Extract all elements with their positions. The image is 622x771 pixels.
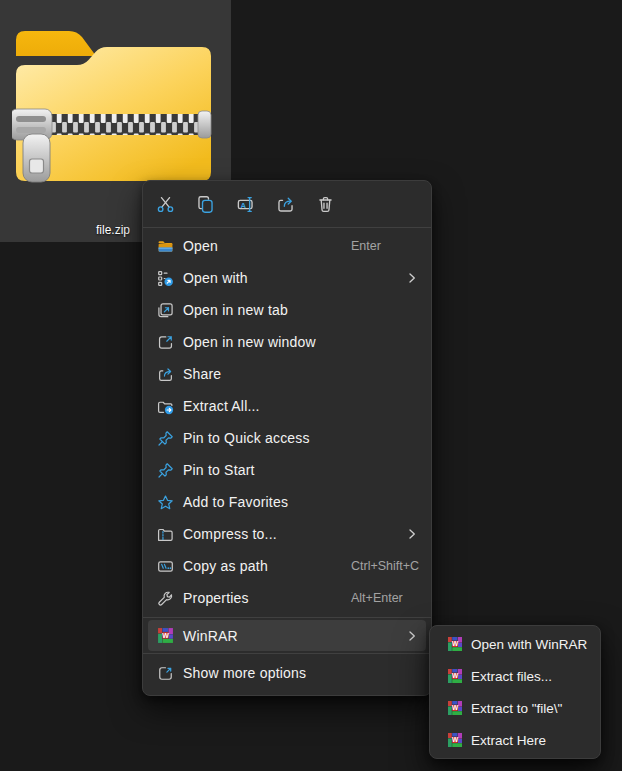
submenu-item-label: Extract files... xyxy=(471,669,552,684)
winrar-icon: W xyxy=(447,700,463,716)
trash-icon xyxy=(316,195,335,214)
submenu-item-extract-here[interactable]: W Extract Here xyxy=(430,724,600,756)
menu-item-shortcut: Alt+Enter xyxy=(351,591,403,605)
menu-item-copy-as-path[interactable]: Copy as path Ctrl+Shift+C xyxy=(143,550,431,582)
menu-item-open-in-new-window[interactable]: Open in new window xyxy=(143,326,431,358)
menu-item-extract-all[interactable]: Extract All... xyxy=(143,390,431,422)
show-more-icon xyxy=(156,664,174,682)
share-button[interactable] xyxy=(265,185,305,223)
menu-item-label: Copy as path xyxy=(183,558,268,574)
menu-item-properties[interactable]: Properties Alt+Enter xyxy=(143,582,431,614)
menu-item-add-to-favorites[interactable]: Add to Favorites xyxy=(143,486,431,518)
menu-item-label: Show more options xyxy=(183,665,306,681)
svg-text:A: A xyxy=(240,200,246,209)
submenu-item-extract-to-folder[interactable]: W Extract to "file\" xyxy=(430,692,600,724)
svg-text:W: W xyxy=(452,640,459,647)
open-with-icon xyxy=(156,269,174,287)
menu-item-shortcut: Ctrl+Shift+C xyxy=(351,559,419,573)
context-menu-items: Open Enter Open with xyxy=(143,228,431,689)
copy-button[interactable] xyxy=(185,185,225,223)
winrar-icon: W xyxy=(447,668,463,684)
menu-item-label: Add to Favorites xyxy=(183,494,288,510)
submenu-item-label: Open with WinRAR xyxy=(471,637,587,652)
folder-icon xyxy=(156,237,174,255)
svg-text:W: W xyxy=(452,704,459,711)
menu-item-open-with[interactable]: Open with xyxy=(143,262,431,294)
menu-item-open[interactable]: Open Enter xyxy=(143,230,431,262)
new-tab-icon xyxy=(156,301,174,319)
menu-item-label: Open with xyxy=(183,270,248,286)
copy-path-icon xyxy=(156,557,174,575)
menu-item-compress-to[interactable]: Compress to... xyxy=(143,518,431,550)
zip-folder-icon[interactable] xyxy=(12,28,212,184)
menu-item-show-more-options[interactable]: Show more options xyxy=(143,657,431,689)
menu-item-shortcut: Enter xyxy=(351,239,381,253)
cut-button[interactable] xyxy=(145,185,185,223)
winrar-icon: W xyxy=(447,732,463,748)
menu-item-label: Compress to... xyxy=(183,526,277,542)
svg-text:W: W xyxy=(162,632,169,639)
menu-item-pin-to-start[interactable]: Pin to Start xyxy=(143,454,431,486)
menu-item-label: Properties xyxy=(183,590,249,606)
menu-item-share[interactable]: Share xyxy=(143,358,431,390)
copy-icon xyxy=(196,195,215,214)
svg-text:W: W xyxy=(452,672,459,679)
scissors-icon xyxy=(156,195,175,214)
submenu-item-label: Extract to "file\" xyxy=(471,701,562,716)
delete-button[interactable] xyxy=(305,185,345,223)
share-icon xyxy=(276,195,295,214)
pin-icon xyxy=(156,461,174,479)
menu-item-label: Pin to Start xyxy=(183,462,255,478)
menu-item-label: Extract All... xyxy=(183,398,260,414)
menu-item-label: Open in new tab xyxy=(183,302,288,318)
svg-text:W: W xyxy=(452,736,459,743)
context-menu-toolbar: A xyxy=(143,181,431,227)
extract-all-icon xyxy=(156,397,174,415)
menu-item-label: Open xyxy=(183,238,218,254)
compress-icon xyxy=(156,525,174,543)
star-icon xyxy=(156,493,174,511)
menu-item-pin-to-quick-access[interactable]: Pin to Quick access xyxy=(143,422,431,454)
submenu-item-label: Extract Here xyxy=(471,733,546,748)
pin-icon xyxy=(156,429,174,447)
menu-item-label: Share xyxy=(183,366,221,382)
winrar-icon: W xyxy=(447,636,463,652)
winrar-icon: W xyxy=(156,627,174,645)
submenu-item-extract-files[interactable]: W Extract files... xyxy=(430,660,600,692)
menu-item-label: WinRAR xyxy=(183,628,238,644)
winrar-submenu: W Open with WinRAR W Extract files... W xyxy=(429,625,601,759)
rename-icon: A xyxy=(236,195,255,214)
file-name-label[interactable]: file.zip xyxy=(96,223,130,237)
menu-item-open-in-new-tab[interactable]: Open in new tab xyxy=(143,294,431,326)
context-menu: A xyxy=(142,180,432,696)
chevron-right-icon xyxy=(406,272,418,284)
desktop: { "desktop": { "file_label": "file.zip" … xyxy=(0,0,622,771)
wrench-icon xyxy=(156,589,174,607)
rename-button[interactable]: A xyxy=(225,185,265,223)
chevron-right-icon xyxy=(406,528,418,540)
chevron-right-icon xyxy=(406,630,418,642)
menu-item-winrar[interactable]: W WinRAR xyxy=(143,618,431,653)
menu-item-label: Open in new window xyxy=(183,334,316,350)
menu-item-label: Pin to Quick access xyxy=(183,430,310,446)
submenu-item-open-with-winrar[interactable]: W Open with WinRAR xyxy=(430,628,600,660)
share-icon xyxy=(156,365,174,383)
new-window-icon xyxy=(156,333,174,351)
